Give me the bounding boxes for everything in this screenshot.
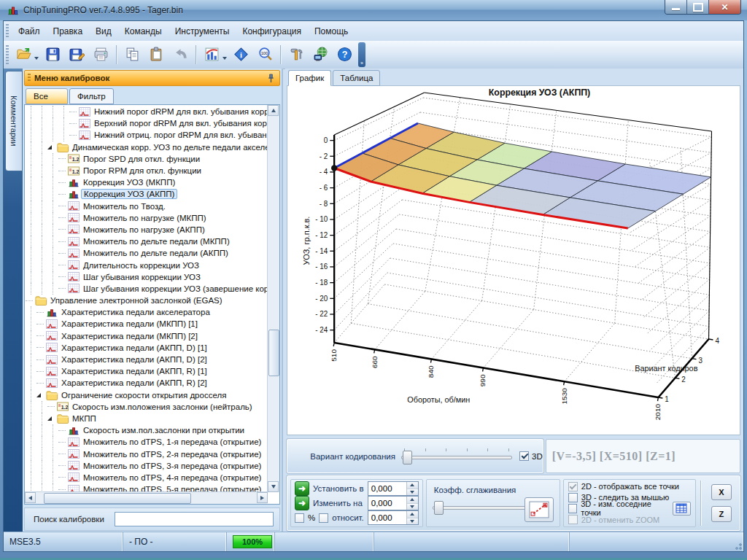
zoom-100-button[interactable]: 100 bbox=[253, 44, 277, 66]
network-button[interactable] bbox=[309, 44, 333, 66]
tree-item[interactable]: Характеристика педали (АКПП, D) [1] bbox=[26, 342, 268, 354]
tree-item[interactable]: Характеристика педали (АКПП, R) [1] bbox=[26, 365, 268, 377]
toolbar-overflow-button[interactable]: » bbox=[358, 42, 365, 67]
menu-item[interactable]: Вид bbox=[89, 23, 118, 39]
apply-set-button[interactable]: ➜ bbox=[295, 481, 309, 496]
tree-item[interactable]: 1.2Порог RPM для откл. функции bbox=[26, 165, 268, 176]
tree-item[interactable]: 1.2Порог SPD для откл. функции bbox=[26, 153, 268, 165]
x-axis-button[interactable]: X bbox=[711, 484, 732, 500]
change-value-input[interactable] bbox=[368, 497, 406, 510]
tree-item-label[interactable]: Скорость изм.пол.заслонки при открытии bbox=[81, 426, 247, 435]
tree-item-label[interactable]: Верхний порог dRPM для вкл. убывания кор… bbox=[92, 119, 268, 128]
scroll-left-button[interactable] bbox=[25, 492, 36, 503]
tree-item-label[interactable]: Характеристика педали акселератора bbox=[59, 308, 212, 316]
tree-item[interactable]: Коррекция УОЗ (МКПП) bbox=[26, 176, 268, 188]
tree-viewport[interactable]: Нижний порог dRPM для вкл. убывания корр… bbox=[26, 106, 268, 492]
chart-area[interactable]: 0- 2- 4- 6- 8- 10- 12- 14- 16- 18- 20- 2… bbox=[287, 85, 740, 435]
tree-item-label[interactable]: Коррекция УОЗ (МКПП) bbox=[81, 178, 177, 187]
scroll-up-button[interactable] bbox=[268, 105, 279, 116]
tree-item-label[interactable]: Характеристика педали (АКПП, R) [2] bbox=[59, 378, 209, 387]
coding-variant-slider[interactable] bbox=[401, 448, 512, 464]
maximize-button[interactable] bbox=[687, 0, 709, 14]
tree-item-label[interactable]: Порог SPD для откл. функции bbox=[81, 155, 202, 163]
tree-item-label[interactable]: Шаг убывания коррекции УОЗ bbox=[81, 273, 203, 281]
tree-item-label[interactable]: Множитель по дельте педали (МКПП) bbox=[81, 237, 232, 246]
tree-item-label[interactable]: Характеристика педали (МКПП) [1] bbox=[59, 319, 200, 328]
apply-change-button[interactable]: ➜ bbox=[295, 496, 309, 510]
paste-button[interactable] bbox=[144, 44, 169, 66]
tree-item[interactable]: Характеристика педали (МКПП) [1] bbox=[26, 318, 268, 330]
resize-grip[interactable] bbox=[733, 541, 742, 550]
tree-item-label[interactable]: Характеристика педали (АКПП, R) [1] bbox=[59, 367, 209, 376]
spin-down-button[interactable] bbox=[407, 489, 418, 496]
tree-item-label[interactable]: Характеристика педали (АКПП, D) [1] bbox=[59, 343, 209, 352]
spin-up-button[interactable] bbox=[407, 482, 418, 489]
relative-checkbox[interactable] bbox=[319, 513, 328, 523]
interpolate-button[interactable] bbox=[525, 497, 554, 522]
scroll-right-button[interactable] bbox=[257, 492, 268, 503]
tools-button[interactable] bbox=[285, 44, 309, 66]
menu-item[interactable]: Конфигурация bbox=[236, 23, 308, 39]
option-checkbox[interactable] bbox=[568, 504, 577, 513]
tree-item-label[interactable]: Множитель по dTPS, 2-я передача (открыти… bbox=[81, 450, 263, 459]
tree-item[interactable]: Характеристика педали (АКПП, D) [2] bbox=[26, 354, 268, 365]
smoothing-slider[interactable] bbox=[433, 499, 526, 515]
help-button[interactable]: ? bbox=[333, 44, 357, 66]
tree-item-label[interactable]: Множитель по dTPS, 3-я передача (открыти… bbox=[81, 462, 263, 470]
menubar-grip[interactable] bbox=[6, 24, 9, 38]
relative-value-input[interactable] bbox=[368, 511, 406, 524]
tree-item-label[interactable]: Ограничение скорости открытия дросселя bbox=[59, 391, 228, 400]
tree-item-label[interactable]: Множитель по dTPS, 1-я передача (открыти… bbox=[81, 438, 263, 446]
tree-item[interactable]: Множитель по dTPS, 3-я передача (открыти… bbox=[26, 460, 268, 472]
spin-up-button[interactable] bbox=[407, 497, 418, 504]
tree-item-label[interactable]: Характеристика педали (МКПП) [2] bbox=[59, 332, 200, 341]
save-button[interactable] bbox=[41, 44, 65, 66]
vertical-scroll-thumb[interactable] bbox=[268, 330, 279, 376]
display-option[interactable]: 2D - отображать все точки bbox=[568, 481, 691, 492]
calibration-search-input[interactable] bbox=[115, 512, 274, 526]
menu-item[interactable]: Файл bbox=[12, 23, 47, 39]
tree-item-label[interactable]: Шаг убывания коррекции УОЗ (завершение к… bbox=[81, 284, 268, 293]
tree-item-label[interactable]: Характеристика педали (АКПП, D) [2] bbox=[59, 355, 209, 364]
print-button[interactable] bbox=[89, 44, 113, 66]
tree-item-label[interactable]: Длительность коррекции УОЗ bbox=[81, 261, 201, 270]
display-option[interactable]: 3D - изм. соседние точки bbox=[568, 502, 691, 514]
tree-item[interactable]: Множитель по дельте педали (АКПП) bbox=[26, 247, 268, 259]
minimize-button[interactable] bbox=[665, 0, 687, 14]
close-button[interactable]: ✕ bbox=[709, 0, 740, 14]
tree-item[interactable]: Управление электронной заслонкой (EGAS) bbox=[26, 295, 268, 306]
spin-down-button[interactable] bbox=[407, 504, 418, 510]
tree-item-label[interactable]: Динамическая корр. УОЗ по дельте педали … bbox=[70, 143, 268, 152]
set-value-input[interactable] bbox=[368, 482, 406, 495]
tree-item-label[interactable]: МКПП bbox=[70, 414, 98, 423]
tree-item-label[interactable]: Скорость изм.положения заслонки (нейтрал… bbox=[70, 402, 255, 411]
option-checkbox[interactable] bbox=[568, 515, 578, 524]
tree-item[interactable]: Длительность коррекции УОЗ bbox=[26, 259, 268, 271]
tree-item-label[interactable]: Управление электронной заслонкой (EGAS) bbox=[48, 296, 225, 305]
display-option[interactable]: 2D - отменить ZOOM bbox=[568, 514, 691, 525]
pin-icon[interactable] bbox=[267, 74, 275, 83]
tree-item[interactable]: Множитель по dTPS, 4-я передача (открыти… bbox=[26, 472, 268, 483]
horizontal-scroll-thumb[interactable] bbox=[44, 493, 191, 504]
tree-item-label[interactable]: Множитель по Твозд. bbox=[81, 202, 168, 211]
percent-checkbox[interactable] bbox=[295, 513, 304, 523]
tree-item[interactable]: Скорость изм.пол.заслонки при открытии bbox=[26, 424, 268, 436]
save-as-button[interactable] bbox=[65, 44, 89, 66]
tree-item[interactable]: Шаг убывания коррекции УОЗ (завершение к… bbox=[26, 283, 268, 295]
tree-item[interactable]: Множитель по дельте педали (МКПП) bbox=[26, 236, 268, 247]
tree-item[interactable]: Нижний порог dRPM для вкл. убывания корр… bbox=[26, 106, 268, 117]
tree-item[interactable]: Множитель по dTPS, 2-я передача (открыти… bbox=[26, 448, 268, 459]
panel-header-grip[interactable] bbox=[28, 74, 31, 82]
menu-item[interactable]: Инструменты bbox=[169, 23, 236, 39]
tree-item[interactable]: Нижний отриц. порог dRPM для вкл. убыван… bbox=[26, 129, 268, 141]
tree-item[interactable]: Ограничение скорости открытия дросселя bbox=[26, 389, 268, 401]
spin-up-button[interactable] bbox=[407, 511, 418, 518]
smoothing-slider-thumb[interactable] bbox=[434, 501, 444, 515]
menu-item[interactable]: Команды bbox=[118, 23, 169, 39]
tree-item[interactable]: Динамическая корр. УОЗ по дельте педали … bbox=[26, 141, 268, 153]
tree-item[interactable]: 1.2Скорость изм.положения заслонки (нейт… bbox=[26, 401, 268, 413]
table-edit-button[interactable] bbox=[673, 502, 691, 516]
tab-filter[interactable]: Фильтр bbox=[69, 88, 114, 104]
tree-item[interactable]: Характеристика педали (АКПП, R) [2] bbox=[26, 377, 268, 389]
tree-item[interactable]: Характеристика педали акселератора bbox=[26, 306, 268, 318]
